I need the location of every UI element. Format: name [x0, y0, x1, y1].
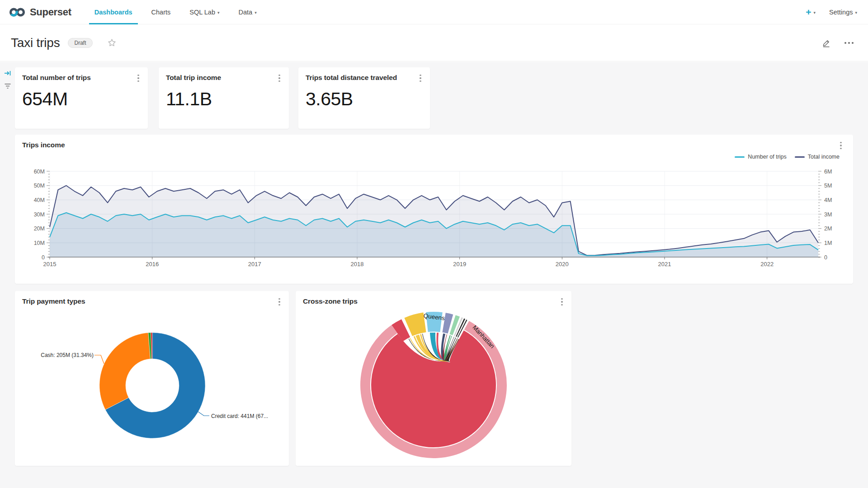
plus-icon: +	[806, 7, 811, 18]
donut-callout-cash: Cash: 205M (31.34%)	[33, 352, 94, 358]
nav-dashboards[interactable]: Dashboards	[85, 0, 142, 24]
svg-text:40M: 40M	[34, 197, 45, 203]
svg-text:2015: 2015	[43, 261, 57, 267]
edit-pencil-icon[interactable]	[822, 38, 831, 47]
brand-name: Superset	[30, 6, 71, 18]
superset-home-link[interactable]: Superset	[0, 0, 85, 24]
nav-right-actions: + ▾ Settings ▾	[806, 0, 868, 24]
kpi-title: Trips total distance traveled	[306, 74, 397, 82]
trip-payment-types-card: Trip payment types Cash: 205M (31.34%) C…	[15, 291, 289, 466]
trips-income-chart[interactable]: 010M20M30M40M50M60M01M2M3M4M5M6M20152016…	[15, 163, 853, 271]
more-actions-icon[interactable]	[843, 40, 855, 46]
dashboard-canvas: Total number of trips 654M Total trip in…	[0, 62, 868, 488]
legend-item-number-of-trips[interactable]: Number of trips	[735, 154, 786, 160]
chart-title: Trips income	[22, 141, 65, 149]
kpi-value: 654M	[22, 89, 68, 110]
nav-charts[interactable]: Charts	[142, 0, 180, 24]
svg-text:30M: 30M	[34, 211, 45, 218]
kebab-menu-icon[interactable]	[274, 73, 284, 84]
expand-filter-bar-icon[interactable]	[4, 69, 12, 77]
chevron-down-icon: ▾	[855, 10, 857, 15]
chart-legend: Number of trips Total income	[735, 154, 840, 160]
chevron-down-icon: ▾	[217, 10, 220, 15]
nav-sql-lab-label: SQL Lab	[189, 9, 215, 16]
chevron-down-icon: ▾	[255, 10, 257, 15]
cross-zone-chord-chart[interactable]: QueensManhattan	[296, 291, 571, 466]
superset-logo-icon	[9, 7, 25, 18]
nav-data-label: Data	[239, 9, 253, 16]
main-menu: Dashboards Charts SQL Lab ▾ Data ▾	[85, 0, 266, 24]
svg-text:1M: 1M	[824, 240, 832, 246]
svg-text:6M: 6M	[824, 169, 832, 175]
chevron-down-icon: ▾	[814, 10, 816, 15]
status-badge: Draft	[68, 38, 92, 48]
settings-menu[interactable]: Settings ▾	[829, 9, 857, 16]
kebab-menu-icon[interactable]	[415, 73, 425, 84]
svg-text:2M: 2M	[824, 225, 832, 232]
top-nav: Superset Dashboards Charts SQL Lab ▾ Dat…	[0, 0, 868, 24]
dashboard-header: Taxi trips Draft	[0, 24, 868, 61]
legend-item-total-income[interactable]: Total income	[795, 154, 840, 160]
svg-text:0: 0	[824, 254, 827, 261]
svg-text:2018: 2018	[351, 261, 364, 267]
trips-income-card: Trips income Number of trips Total incom…	[15, 135, 853, 284]
svg-text:2017: 2017	[248, 261, 261, 267]
svg-text:10M: 10M	[34, 240, 45, 246]
svg-text:2022: 2022	[760, 261, 774, 267]
nav-data[interactable]: Data ▾	[229, 0, 266, 24]
legend-swatch	[735, 156, 745, 158]
svg-text:20M: 20M	[34, 225, 45, 232]
settings-label: Settings	[829, 9, 853, 16]
kpi-title: Total number of trips	[22, 74, 91, 82]
svg-text:50M: 50M	[34, 183, 45, 189]
svg-text:5M: 5M	[824, 183, 832, 189]
title-actions	[822, 38, 868, 47]
nav-dashboards-label: Dashboards	[94, 9, 132, 16]
svg-text:0: 0	[42, 254, 45, 261]
legend-label: Number of trips	[748, 154, 786, 160]
kpi-value: 3.65B	[306, 89, 353, 110]
favorite-star-icon[interactable]	[107, 38, 117, 47]
legend-swatch	[795, 156, 805, 158]
svg-text:2021: 2021	[658, 261, 671, 267]
kpi-value: 11.1B	[166, 89, 212, 110]
kpi-card-total-distance: Trips total distance traveled 3.65B	[298, 67, 430, 129]
svg-text:3M: 3M	[824, 211, 832, 218]
kpi-title: Total trip income	[166, 74, 221, 82]
new-button[interactable]: + ▾	[806, 7, 816, 18]
svg-text:2016: 2016	[146, 261, 159, 267]
kpi-card-trip-income: Total trip income 11.1B	[159, 67, 289, 129]
kpi-card-total-trips: Total number of trips 654M	[15, 67, 148, 129]
kebab-menu-icon[interactable]	[836, 140, 846, 151]
svg-text:2019: 2019	[453, 261, 466, 267]
page-title: Taxi trips	[11, 36, 60, 50]
svg-text:2020: 2020	[556, 261, 569, 267]
donut-callout-credit-card: Credit card: 441M (67...	[211, 413, 268, 419]
nav-sql-lab[interactable]: SQL Lab ▾	[180, 0, 229, 24]
svg-text:4M: 4M	[824, 197, 832, 203]
filter-list-icon[interactable]	[4, 82, 12, 90]
payment-types-donut-chart[interactable]	[15, 291, 289, 466]
svg-text:60M: 60M	[34, 169, 45, 175]
nav-charts-label: Charts	[151, 9, 171, 16]
kebab-menu-icon[interactable]	[133, 73, 143, 84]
legend-label: Total income	[808, 154, 840, 160]
cross-zone-trips-card: Cross-zone trips QueensManhattan	[296, 291, 571, 466]
